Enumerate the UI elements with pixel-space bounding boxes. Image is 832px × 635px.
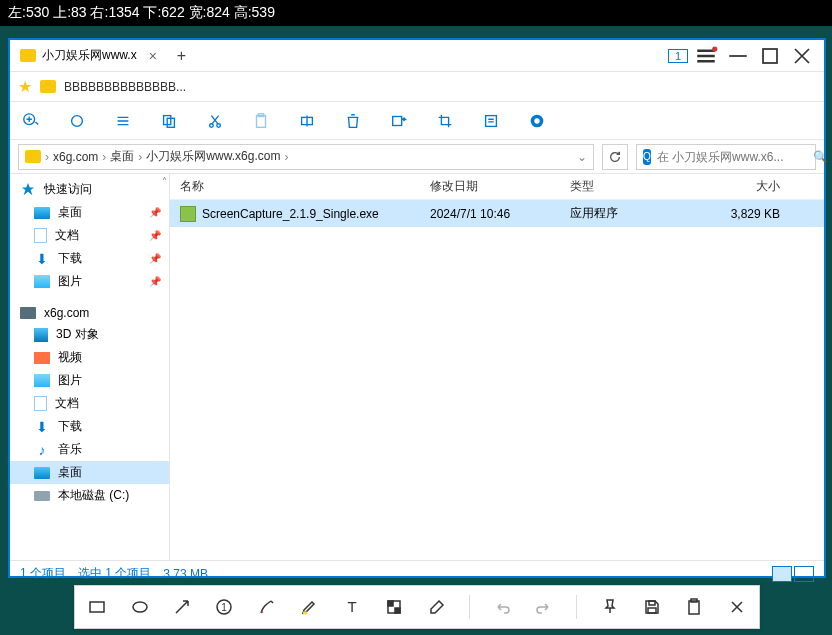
svg-point-14 <box>534 118 539 123</box>
folder-icon <box>40 80 56 93</box>
properties-button[interactable] <box>480 110 502 132</box>
save-button[interactable] <box>642 595 662 619</box>
breadcrumb-item[interactable]: 小刀娱乐网www.x6g.com <box>146 148 280 165</box>
coords-bar: 左:530 上:83 右:1354 下:622 宽:824 高:539 <box>0 0 832 26</box>
tabs-bar: 小刀娱乐网www.x × + 1 <box>10 40 824 72</box>
history-button[interactable] <box>526 110 548 132</box>
chevron-right-icon[interactable]: › <box>45 150 49 164</box>
new-tab-button[interactable]: + <box>167 47 196 65</box>
star-icon[interactable]: ★ <box>18 77 32 96</box>
file-row[interactable]: ScreenCapture_2.1.9_Single.exe 2024/7/1 … <box>170 200 824 227</box>
sidebar-pictures[interactable]: 图片 <box>10 369 169 392</box>
pin-icon[interactable]: 📌 <box>149 253 161 264</box>
address-bar: › x6g.com › 桌面 › 小刀娱乐网www.x6g.com › ⌄ Q … <box>10 140 824 174</box>
refresh-button[interactable] <box>602 144 628 170</box>
sidebar-documents[interactable]: 文档 <box>10 392 169 415</box>
details-view-button[interactable] <box>772 566 792 582</box>
selected-count: 选中 1 个项目 <box>78 565 151 582</box>
mosaic-tool[interactable] <box>384 595 404 619</box>
sidebar-downloads[interactable]: ⬇下载📌 <box>10 247 169 270</box>
highlighter-tool[interactable] <box>299 595 319 619</box>
minimize-button[interactable] <box>724 44 752 68</box>
eraser-tool[interactable] <box>426 595 446 619</box>
close-toolbar-button[interactable] <box>727 595 747 619</box>
bookmark-item[interactable]: BBBBBBBBBBBBBB... <box>64 80 186 94</box>
sidebar-quick-access[interactable]: 快速访问 <box>10 178 169 201</box>
arrow-tool[interactable] <box>172 595 192 619</box>
sidebar-downloads[interactable]: ⬇下载 <box>10 415 169 438</box>
column-size[interactable]: 大小 <box>690 178 780 195</box>
rectangle-tool[interactable] <box>87 595 107 619</box>
column-date[interactable]: 修改日期 <box>430 178 570 195</box>
svg-rect-8 <box>257 115 266 127</box>
delete-button[interactable] <box>342 110 364 132</box>
breadcrumb-item[interactable]: x6g.com <box>53 150 98 164</box>
status-bar: 1 个项目 选中 1 个项目 3.73 MB <box>10 560 824 586</box>
maximize-button[interactable] <box>756 44 784 68</box>
undo-button[interactable] <box>492 595 512 619</box>
breadcrumb-item[interactable]: 桌面 <box>110 148 134 165</box>
svg-rect-22 <box>388 601 393 606</box>
view-button[interactable] <box>112 110 134 132</box>
pin-icon[interactable]: 📌 <box>149 276 161 287</box>
breadcrumb[interactable]: › x6g.com › 桌面 › 小刀娱乐网www.x6g.com › ⌄ <box>18 144 594 170</box>
close-button[interactable] <box>788 44 816 68</box>
tab-close-icon[interactable]: × <box>149 48 157 64</box>
refresh-toolbar-button[interactable] <box>66 110 88 132</box>
sidebar-music[interactable]: ♪音乐 <box>10 438 169 461</box>
svg-point-3 <box>72 115 83 126</box>
tab-active[interactable]: 小刀娱乐网www.x × <box>10 40 167 71</box>
sidebar-documents[interactable]: 文档📌 <box>10 224 169 247</box>
sidebar-3d-objects[interactable]: 3D 对象 <box>10 323 169 346</box>
text-tool[interactable]: T <box>342 595 362 619</box>
pin-icon[interactable]: 📌 <box>149 207 161 218</box>
move-button[interactable] <box>388 110 410 132</box>
tab-count-badge[interactable]: 1 <box>668 49 688 63</box>
pin-button[interactable] <box>599 595 619 619</box>
rename-button[interactable] <box>296 110 318 132</box>
sidebar-pictures[interactable]: 图片📌 <box>10 270 169 293</box>
sidebar-videos[interactable]: 视频 <box>10 346 169 369</box>
sidebar: ˄ 快速访问 桌面📌 文档📌 ⬇下载📌 图片📌 x6g.com 3D 对象 视频… <box>10 174 170 560</box>
ellipse-tool[interactable] <box>129 595 149 619</box>
sidebar-this-pc[interactable]: x6g.com <box>10 303 169 323</box>
column-headers: 名称 修改日期 类型 大小 <box>170 174 824 200</box>
svg-text:1: 1 <box>222 602 228 613</box>
search-submit-icon[interactable]: 🔍 <box>813 150 828 164</box>
scroll-up-icon[interactable]: ˄ <box>162 176 167 187</box>
exe-icon <box>180 206 196 222</box>
pen-tool[interactable] <box>257 595 277 619</box>
chevron-down-icon[interactable]: ⌄ <box>577 150 587 164</box>
column-name[interactable]: 名称 <box>180 178 430 195</box>
cut-button[interactable] <box>204 110 226 132</box>
copy-clipboard-button[interactable] <box>684 595 704 619</box>
svg-point-19 <box>261 611 263 613</box>
search-box[interactable]: Q 🔍 <box>636 144 816 170</box>
file-list: 名称 修改日期 类型 大小 ScreenCapture_2.1.9_Single… <box>170 174 824 560</box>
icons-view-button[interactable] <box>794 566 814 582</box>
pin-icon[interactable]: 📌 <box>149 230 161 241</box>
folder-icon <box>20 49 36 62</box>
selected-size: 3.73 MB <box>163 567 208 581</box>
chevron-right-icon[interactable]: › <box>102 150 106 164</box>
number-tool[interactable]: 1 <box>214 595 234 619</box>
sidebar-local-disk-c[interactable]: 本地磁盘 (C:) <box>10 484 169 507</box>
menu-icon[interactable] <box>692 44 720 68</box>
svg-text:T: T <box>347 598 356 615</box>
svg-rect-25 <box>648 608 656 613</box>
crop-button[interactable] <box>434 110 456 132</box>
search-input[interactable] <box>657 150 807 164</box>
sidebar-desktop[interactable]: 桌面 <box>10 461 169 484</box>
chevron-right-icon[interactable]: › <box>284 150 288 164</box>
sidebar-desktop[interactable]: 桌面📌 <box>10 201 169 224</box>
bookmarks-bar: ★ BBBBBBBBBBBBBB... <box>10 72 824 102</box>
copy-button[interactable] <box>158 110 180 132</box>
chevron-right-icon[interactable]: › <box>138 150 142 164</box>
new-button[interactable] <box>20 110 42 132</box>
redo-button[interactable] <box>534 595 554 619</box>
column-type[interactable]: 类型 <box>570 178 690 195</box>
svg-rect-11 <box>393 116 402 125</box>
tab-title: 小刀娱乐网www.x <box>42 47 137 64</box>
svg-rect-15 <box>90 602 104 612</box>
paste-button[interactable] <box>250 110 272 132</box>
